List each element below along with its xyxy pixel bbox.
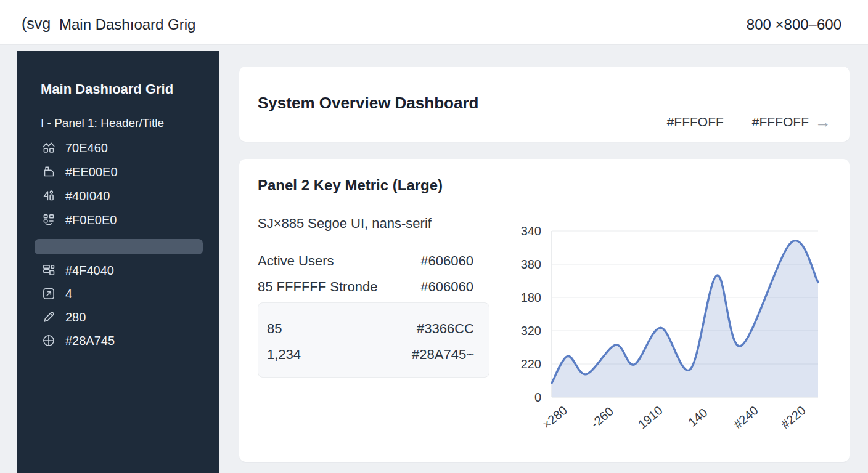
y-axis-label: 220 [485, 356, 541, 372]
y-axis-label: 340 [485, 223, 541, 239]
canvas-dimensions: 800 ×800–600 [747, 16, 841, 33]
x-axis-label: -260 [589, 404, 616, 431]
sidebar-item[interactable]: 4 [41, 282, 72, 305]
color-value-1: #FFFOFF [667, 115, 724, 129]
metric-row-value: #606060 [420, 279, 473, 295]
sidebar-item[interactable]: #4F4040 [41, 259, 114, 282]
metric-card: Panel 2 Key Metric (Large) SJ×885 Segoe … [239, 159, 850, 462]
metric-row: Active Users #606060 [258, 253, 473, 269]
y-axis-label: 380 [485, 256, 541, 272]
sidebar-section-label: I - Panel 1: Header/Title [41, 116, 164, 130]
shape-tool-icon [41, 188, 57, 204]
x-axis-label: #240 [731, 403, 761, 432]
home-group-icon [41, 140, 57, 156]
sidebar-item[interactable]: #EE00E0 [41, 160, 118, 184]
svg-logo: (svg [22, 15, 51, 33]
sidebar-item-label: 70E460 [65, 141, 108, 155]
sidebar-item-label: #28A745 [65, 334, 115, 348]
stat-row-label: 1,234 [267, 347, 301, 363]
overview-card: System Overview Dashboard #FFFOFF #FFFOF… [239, 67, 850, 142]
sidebar-item[interactable]: #F0E0E0 [41, 208, 117, 232]
stat-row: 1,234 #28A745~ [267, 347, 474, 363]
sidebar-item-label: #F0E0E0 [65, 213, 117, 227]
grid-dots-icon [41, 212, 57, 228]
pencil-icon [41, 309, 57, 325]
metric-subtitle: SJ×885 Segoe UI, nans-serif [258, 216, 432, 232]
x-axis-label: 1910 [635, 403, 665, 432]
sidebar-item-label: #4F4040 [65, 264, 114, 278]
sidebar-item[interactable]: #40I040 [41, 184, 110, 208]
stat-row-value: #28A745~ [412, 347, 474, 363]
y-axis-label: 320 [485, 323, 541, 339]
sidebar-selected-row[interactable] [35, 239, 203, 254]
sidebar-item[interactable]: #28A745 [41, 329, 115, 352]
globe-icon [41, 333, 57, 349]
metric-title: Panel 2 Key Metric (Large) [258, 177, 443, 194]
container-icon [41, 164, 57, 180]
sidebar-item[interactable]: 280 [41, 305, 86, 329]
sidebar-item-label: 280 [65, 310, 86, 325]
x-axis-label: #220 [779, 403, 809, 432]
sidebar-item-label: #EE00E0 [65, 165, 118, 179]
stat-row-label: 85 [267, 321, 282, 337]
sidebar-item[interactable]: 70E460 [41, 136, 108, 160]
layout-grid-icon [41, 262, 57, 278]
external-link-icon [41, 286, 57, 302]
stat-box: 85 #3366CC 1,234 #28A745~ [258, 302, 489, 378]
app-title: Main Dashıoard Grig [59, 16, 195, 33]
sidebar-item-label: 4 [65, 287, 72, 301]
metric-row-value: #606060 [420, 253, 473, 269]
stat-row-value: #3366CC [417, 321, 474, 337]
stat-row: 85 #3366CC [267, 321, 474, 337]
y-axis-label: 180 [485, 289, 541, 305]
metric-area-chart [547, 227, 825, 400]
forward-arrow-icon[interactable]: → [815, 116, 831, 128]
sidebar-item-label: #40I040 [65, 189, 110, 203]
y-axis-label: 0 [485, 389, 541, 405]
x-axis-label: 140 [686, 405, 710, 429]
metric-row-label: 85 FFFFFF Stronde [258, 279, 377, 295]
metric-row-label: Active Users [258, 253, 334, 269]
color-value-2: #FFFOFF [752, 115, 809, 129]
metric-row: 85 FFFFFF Stronde #606060 [258, 279, 473, 295]
app-header: (svg Main Dashıoard Grig 800 ×800–600 [0, 0, 868, 45]
x-axis-label: ×280 [539, 403, 570, 432]
sidebar-title: Main Dashıoard Grid [41, 81, 173, 97]
overview-title: System Overview Dashboard [258, 94, 478, 113]
overview-values: #FFFOFF #FFFOFF → [667, 115, 831, 129]
sidebar: Main Dashıoard Grid I - Panel 1: Header/… [17, 51, 219, 473]
